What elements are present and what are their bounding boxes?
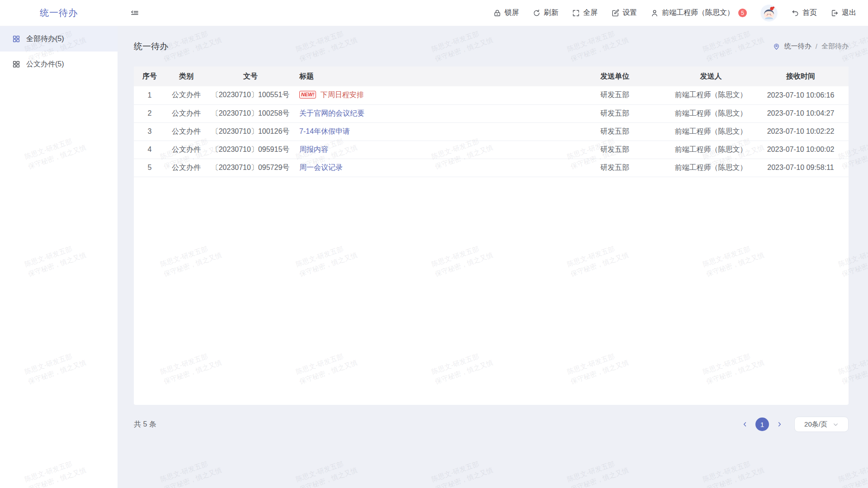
pagination: 1 20条/页 [740,417,849,432]
settings-label: 设置 [623,8,637,18]
cell-category: 公文办件 [165,122,207,141]
refresh-label: 刷新 [544,8,558,18]
table-row: 5 公文办件 〔20230710〕095729号 周一会议记录 研发五部 前端工… [134,159,849,177]
cell-index: 3 [134,122,165,141]
breadcrumb-item-current: 全部待办 [821,42,849,51]
table-row: 1 公文办件 〔20230710〕100551号 NEW! 下周日程安排 研发五… [134,86,849,104]
cell-category: 公文办件 [165,159,207,177]
cell-index: 1 [134,86,165,104]
page-title: 统一待办 [134,41,168,52]
new-badge: NEW! [299,91,316,99]
chevron-right-icon [776,421,783,427]
user-name: 前端工程师（陈思文） [662,8,734,18]
user-menu[interactable]: 前端工程师（陈思文） 5 [651,8,747,18]
sidebar: 全部待办(5) 公文办件(5) [0,26,118,488]
cell-time: 2023-07-10 10:04:27 [753,104,849,122]
cell-sender: 前端工程师（陈思文） [669,104,753,122]
cell-unit: 研发五部 [561,86,669,104]
cell-category: 公文办件 [165,104,207,122]
chevron-left-icon [742,421,748,427]
cell-title: 周报内容 [294,141,561,159]
cell-unit: 研发五部 [561,141,669,159]
cell-title: 7-14年休假申请 [294,122,561,141]
doc-title-link[interactable]: 下周日程安排 [321,91,364,99]
sidebar-item-label: 全部待办(5) [26,34,64,44]
cell-index: 5 [134,159,165,177]
chevron-down-icon [833,422,839,427]
prev-page-button[interactable] [740,419,750,429]
cell-title: 周一会议记录 [294,159,561,177]
cell-sender: 前端工程师（陈思文） [669,122,753,141]
app-logo[interactable]: 统一待办 [40,7,78,19]
fullscreen-label: 全屏 [583,8,598,18]
cell-doc-no: 〔20230710〕095729号 [207,159,294,177]
cell-category: 公文办件 [165,86,207,104]
fullscreen-button[interactable]: 全屏 [572,8,598,18]
lock-screen-button[interactable]: 锁屏 [493,8,519,18]
table-row: 3 公文办件 〔20230710〕100126号 7-14年休假申请 研发五部 … [134,122,849,141]
sidebar-collapse-button[interactable] [130,9,139,18]
cell-unit: 研发五部 [561,104,669,122]
cell-time: 2023-07-10 10:00:02 [753,141,849,159]
logout-label: 退出 [842,8,856,18]
main-content: 统一待办 统一待办 / 全部待办 序号 类别 文号 [118,26,868,488]
breadcrumb-separator: / [816,42,817,50]
grid-icon [12,35,20,43]
total-count: 共 5 条 [134,420,156,429]
col-doc-no: 文号 [207,66,294,86]
current-page-button[interactable]: 1 [755,418,769,431]
page-head: 统一待办 统一待办 / 全部待办 [134,26,849,66]
home-label: 首页 [802,8,817,18]
todo-table: 序号 类别 文号 标题 发送单位 发送人 接收时间 1 公文办件 〔202307… [134,66,849,177]
avatar[interactable] [760,5,778,22]
person-icon [651,9,659,17]
logout-icon [830,9,839,17]
logo-area: 统一待办 [0,7,118,19]
col-index: 序号 [134,66,165,86]
cell-doc-no: 〔20230710〕100126号 [207,122,294,141]
menu-fold-icon [130,9,139,18]
cell-doc-no: 〔20230710〕100258号 [207,104,294,122]
col-category: 类别 [165,66,207,86]
sidebar-item-official-doc[interactable]: 公文办件(5) [0,52,118,77]
cell-title: 关于官网的会议纪要 [294,104,561,122]
cell-category: 公文办件 [165,141,207,159]
breadcrumb-item[interactable]: 统一待办 [784,42,811,51]
col-title: 标题 [294,66,561,86]
sidebar-item-all-todo[interactable]: 全部待办(5) [0,26,118,52]
refresh-icon [533,9,541,17]
table-row: 4 公文办件 〔20230710〕095915号 周报内容 研发五部 前端工程师… [134,141,849,159]
lock-screen-label: 锁屏 [505,8,519,18]
sidebar-item-label: 公文办件(5) [26,60,64,69]
cell-unit: 研发五部 [561,159,669,177]
doc-title-link[interactable]: 关于官网的会议纪要 [299,109,364,117]
table-footer: 共 5 条 1 20条/页 [134,417,849,432]
settings-button[interactable]: 设置 [611,8,637,18]
refresh-button[interactable]: 刷新 [533,8,558,18]
home-button[interactable]: 首页 [791,8,817,18]
cell-sender: 前端工程师（陈思文） [669,86,753,104]
page-size-value: 20条/页 [804,420,827,429]
logout-button[interactable]: 退出 [830,8,856,18]
page-size-select[interactable]: 20条/页 [794,417,849,432]
col-sender: 发送人 [669,66,753,86]
col-unit: 发送单位 [561,66,669,86]
doc-title-link[interactable]: 周报内容 [299,145,328,153]
todo-count-badge: 5 [738,9,747,17]
edit-square-icon [611,9,619,17]
cell-doc-no: 〔20230710〕095915号 [207,141,294,159]
next-page-button[interactable] [774,419,784,429]
doc-title-link[interactable]: 周一会议记录 [299,164,343,171]
map-pin-icon [773,42,780,50]
cell-index: 2 [134,104,165,122]
cell-doc-no: 〔20230710〕100551号 [207,86,294,104]
cell-title: NEW! 下周日程安排 [294,86,561,104]
grid-icon [12,60,20,68]
table-row: 2 公文办件 〔20230710〕100258号 关于官网的会议纪要 研发五部 … [134,104,849,122]
doc-title-link[interactable]: 7-14年休假申请 [299,127,350,135]
header-actions: 锁屏 刷新 全屏 [493,5,868,22]
cell-unit: 研发五部 [561,122,669,141]
undo-arrow-icon [791,9,799,17]
todo-table-card: 序号 类别 文号 标题 发送单位 发送人 接收时间 1 公文办件 〔202307… [134,66,849,405]
cell-sender: 前端工程师（陈思文） [669,141,753,159]
